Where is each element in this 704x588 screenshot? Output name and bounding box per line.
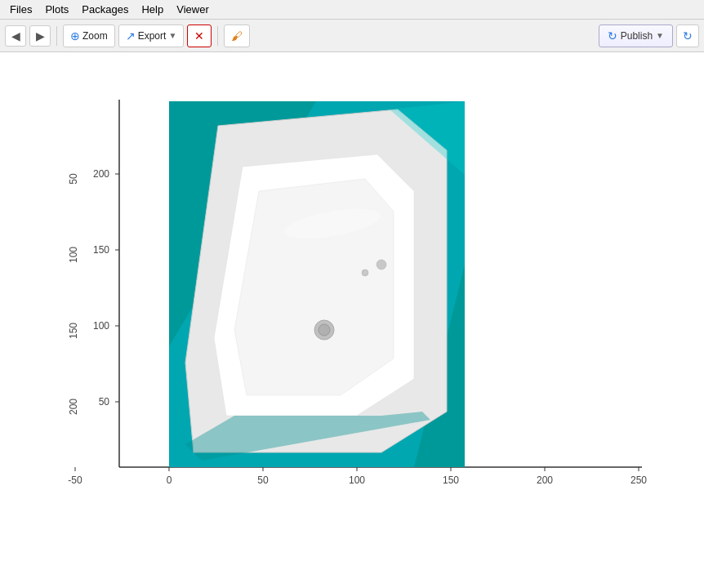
back-button[interactable]: ◀ (5, 25, 26, 47)
refresh-icon: ↻ (683, 29, 693, 42)
menu-plots[interactable]: Plots (38, 2, 75, 17)
menu-packages[interactable]: Packages (75, 2, 135, 17)
zoom-button[interactable]: ⊕ Zoom (63, 24, 115, 47)
export-icon: ↗ (126, 29, 136, 42)
y-label-100: 100 (93, 320, 109, 332)
y-axis-label-50: 50 (68, 173, 79, 185)
y-axis-label-150: 150 (68, 323, 79, 339)
svg-point-9 (362, 270, 368, 276)
x-label-250: 250 (630, 474, 647, 486)
export-button[interactable]: ↗ Export ▼ (118, 24, 185, 47)
forward-button[interactable]: ▶ (29, 25, 51, 47)
svg-point-8 (377, 260, 386, 270)
x-label-n50: -50 (68, 474, 82, 486)
toolbar: ◀ ▶ ⊕ Zoom ↗ Export ▼ ✕ 🖌 ↻ Publish ▼ ↻ (0, 20, 704, 52)
zoom-icon: ⊕ (70, 29, 80, 42)
clear-button[interactable]: ✕ (187, 24, 212, 47)
x-label-150: 150 (443, 474, 459, 486)
svg-point-6 (319, 324, 330, 336)
publish-dropdown-arrow: ▼ (656, 31, 664, 40)
y-axis-label-200: 200 (68, 399, 79, 415)
brush-button[interactable]: 🖌 (224, 24, 250, 47)
menu-viewer[interactable]: Viewer (170, 2, 216, 17)
menu-files[interactable]: Files (3, 2, 38, 17)
menu-help[interactable]: Help (135, 2, 170, 17)
export-dropdown-arrow: ▼ (168, 31, 176, 40)
x-label-0: 0 (167, 474, 172, 486)
menubar: Files Plots Packages Help Viewer (0, 0, 704, 20)
zoom-label: Zoom (82, 30, 108, 42)
refresh-button[interactable]: ↻ (676, 24, 699, 47)
close-icon: ✕ (194, 29, 204, 42)
export-label: Export (138, 30, 167, 42)
x-label-100: 100 (349, 474, 365, 486)
plot-area: 50 100 150 200 50 100 150 200 -50 (0, 52, 704, 588)
brush-icon: 🖌 (231, 29, 243, 42)
publish-button[interactable]: ↻ Publish ▼ (599, 24, 673, 47)
bathtub-group (169, 101, 465, 467)
chart-container: 50 100 150 200 50 100 150 200 -50 (46, 83, 658, 557)
publish-label: Publish (621, 30, 653, 42)
chart-svg: 50 100 150 200 50 100 150 200 -50 (46, 83, 658, 557)
separator-2 (217, 26, 218, 46)
publish-icon: ↻ (608, 29, 617, 42)
y-axis-label-100: 100 (68, 247, 79, 263)
y-label-150: 150 (93, 244, 109, 256)
y-label-50: 50 (99, 396, 110, 408)
separator-1 (56, 26, 57, 46)
x-label-200: 200 (537, 474, 553, 486)
x-label-50: 50 (257, 474, 269, 486)
y-label-200: 200 (93, 168, 109, 180)
